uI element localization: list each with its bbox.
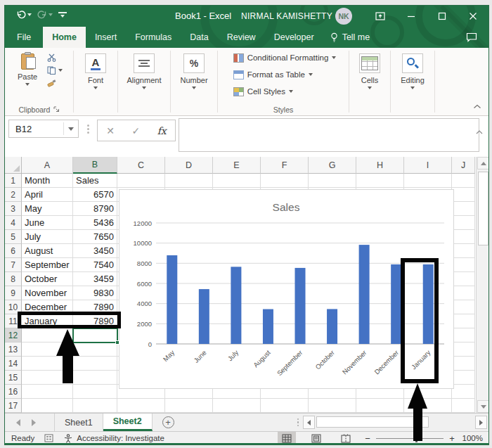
alignment-group-button[interactable]: Alignment <box>124 51 164 103</box>
cell-E17[interactable] <box>213 399 261 413</box>
cell-J11[interactable] <box>452 314 475 328</box>
cell-J4[interactable] <box>452 216 475 230</box>
close-button[interactable] <box>458 6 488 27</box>
customize-qat-button[interactable] <box>57 11 68 19</box>
next-sheet-button[interactable] <box>32 419 36 426</box>
paste-button[interactable]: Paste <box>13 51 42 103</box>
select-all-corner[interactable] <box>5 157 22 174</box>
row-header-5[interactable]: 5 <box>5 230 22 244</box>
row-header-8[interactable]: 8 <box>5 272 22 286</box>
cell-J5[interactable] <box>452 230 475 244</box>
enter-formula-button[interactable]: ✓ <box>131 125 140 136</box>
scroll-left-button[interactable] <box>303 416 315 429</box>
copy-button[interactable] <box>47 66 63 75</box>
row-header-14[interactable]: 14 <box>5 357 22 371</box>
column-header-F[interactable]: F <box>261 157 309 174</box>
cell-I17[interactable] <box>404 399 452 413</box>
column-header-D[interactable]: D <box>165 157 213 174</box>
cells-group-button[interactable]: Cells <box>353 51 387 103</box>
collapse-ribbon-button[interactable] <box>473 99 481 112</box>
sheet-tab-sheet2[interactable]: Sheet2 <box>103 414 153 431</box>
cell-A12[interactable] <box>22 328 73 343</box>
horizontal-scroll-track[interactable] <box>315 416 475 429</box>
format-painter-button[interactable] <box>47 79 63 87</box>
cell-A3[interactable]: May <box>22 202 73 216</box>
minimize-button[interactable] <box>396 6 427 27</box>
cell-B16[interactable] <box>73 385 117 399</box>
cell-A6[interactable]: August <box>22 244 73 258</box>
cell-A1[interactable]: Month <box>22 174 73 188</box>
cell-A2[interactable]: April <box>22 188 73 202</box>
cell-J17[interactable] <box>452 399 475 413</box>
column-header-I[interactable]: I <box>404 157 452 174</box>
row-header-9[interactable]: 9 <box>5 286 22 300</box>
cell-J6[interactable] <box>452 244 475 258</box>
redo-button[interactable] <box>36 8 54 20</box>
row-header-16[interactable]: 16 <box>5 385 22 399</box>
undo-button[interactable] <box>15 8 33 20</box>
new-sheet-button[interactable]: + <box>162 416 174 428</box>
cell-I1[interactable] <box>404 174 452 188</box>
row-header-7[interactable]: 7 <box>5 258 22 272</box>
editing-group-button[interactable]: Editing <box>394 51 431 103</box>
column-header-C[interactable]: C <box>117 157 165 174</box>
macro-record-button[interactable] <box>44 434 53 442</box>
ribbon-tab-developer[interactable]: Developer <box>265 27 323 48</box>
ribbon-tab-home[interactable]: Home <box>43 27 86 48</box>
zoom-slider[interactable] <box>376 438 444 439</box>
row-header-13[interactable]: 13 <box>5 343 22 357</box>
cell-J12[interactable] <box>452 328 475 343</box>
fill-handle[interactable] <box>115 340 119 345</box>
cell-A8[interactable]: October <box>22 272 73 286</box>
previous-sheet-button[interactable] <box>16 419 20 426</box>
cell-A14[interactable] <box>22 357 73 371</box>
vertical-scroll-thumb[interactable] <box>478 172 488 245</box>
cell-styles-button[interactable]: Cell Styles <box>231 84 337 99</box>
cell-A16[interactable] <box>22 385 73 399</box>
cell-B6[interactable]: 3450 <box>73 244 117 258</box>
dialog-launcher-icon[interactable] <box>53 106 60 113</box>
cell-J9[interactable] <box>452 286 475 300</box>
cell-A4[interactable]: June <box>22 216 73 230</box>
cell-B8[interactable]: 3459 <box>73 272 117 286</box>
row-header-15[interactable]: 15 <box>5 371 22 385</box>
accessibility-checker-button[interactable]: Accessibility: Investigate <box>63 434 164 443</box>
cell-A5[interactable]: July <box>22 230 73 244</box>
cell-A17[interactable] <box>22 399 73 413</box>
cell-B5[interactable]: 7650 <box>73 230 117 244</box>
splitter-dots-icon[interactable] <box>297 418 299 427</box>
row-header-2[interactable]: 2 <box>5 188 22 202</box>
cell-A13[interactable] <box>22 343 73 357</box>
cell-C17[interactable] <box>117 399 165 413</box>
row-header-4[interactable]: 4 <box>5 216 22 230</box>
cell-F1[interactable] <box>261 174 309 188</box>
ribbon-tab-file[interactable]: File <box>5 27 43 48</box>
ribbon-tab-formulas[interactable]: Formulas <box>126 27 181 48</box>
collapse-formula-bar-button[interactable] <box>476 124 483 137</box>
row-header-6[interactable]: 6 <box>5 244 22 258</box>
cell-D17[interactable] <box>165 399 213 413</box>
tell-me-box[interactable]: Tell me <box>323 27 377 48</box>
maximize-button[interactable] <box>427 6 458 27</box>
cell-B14[interactable] <box>73 357 117 371</box>
cell-G17[interactable] <box>309 399 356 413</box>
column-header-H[interactable]: H <box>356 157 404 174</box>
name-box-dropdown[interactable] <box>64 127 78 131</box>
cell-B4[interactable]: 5436 <box>73 216 117 230</box>
formula-input[interactable] <box>179 118 479 152</box>
cell-B2[interactable]: 6570 <box>73 188 117 202</box>
row-header-3[interactable]: 3 <box>5 202 22 216</box>
column-header-G[interactable]: G <box>309 157 356 174</box>
conditional-formatting-button[interactable]: Conditional Formatting <box>231 50 337 65</box>
cell-J16[interactable] <box>452 385 475 399</box>
cell-J15[interactable] <box>452 371 475 385</box>
cell-E1[interactable] <box>213 174 261 188</box>
horizontal-scroll-thumb[interactable] <box>316 416 429 428</box>
cell-H17[interactable] <box>356 399 404 413</box>
sheet-tab-sheet1[interactable]: Sheet1 <box>54 414 103 431</box>
cell-G1[interactable] <box>309 174 356 188</box>
cell-H1[interactable] <box>356 174 404 188</box>
column-header-E[interactable]: E <box>213 157 261 174</box>
format-as-table-button[interactable]: Format as Table <box>231 67 337 82</box>
scroll-right-button[interactable] <box>475 416 487 429</box>
